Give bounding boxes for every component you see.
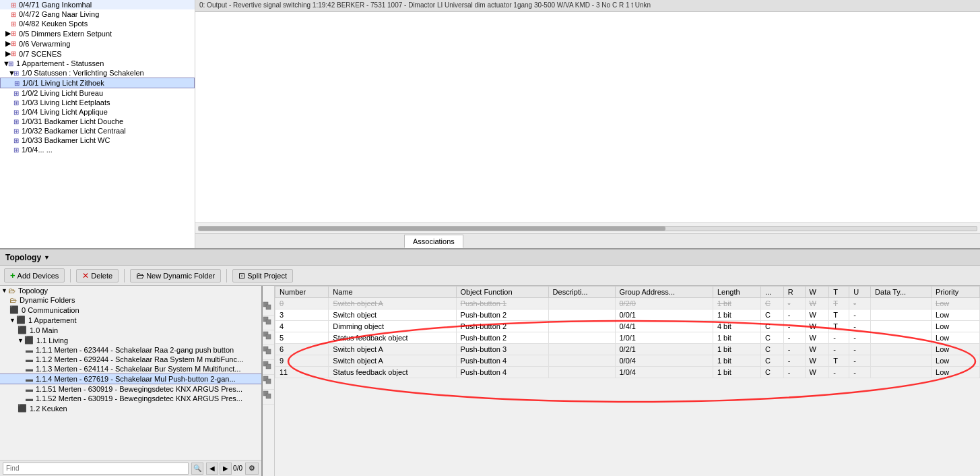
- tree-item-0472[interactable]: ⊞ 0/4/72 Gang Naar Living: [0, 9, 195, 19]
- tree-item-0471[interactable]: ⊞ 0/4/71 Gang Inkomhal: [0, 0, 195, 9]
- tree-item-07[interactable]: ▶ ⊞ 0/7 SCENES: [0, 49, 195, 59]
- table-row[interactable]: 6 Switch object A Push-button 3 0/2/1 1 …: [275, 344, 980, 355]
- cell-datatype: [871, 344, 932, 355]
- cell-name: Switch object A: [329, 344, 456, 355]
- svg-rect-13: [266, 394, 271, 398]
- tree-item-102[interactable]: ⊞ 1/0/2 Living Licht Bureau: [0, 88, 195, 98]
- delete-button[interactable]: ✕ Delete: [76, 269, 119, 282]
- cell-name: Switch object A: [329, 298, 456, 309]
- table-row[interactable]: 3 Switch object Push-button 2 0/0/1 1 bi…: [275, 309, 980, 321]
- col-number[interactable]: Number: [275, 287, 329, 298]
- topo-item-112[interactable]: ▬ 1.1.2 Merten - 629244 - Schakelaar Raa…: [0, 355, 261, 364]
- tree-item-06[interactable]: ▶ ⊞ 0/6 Verwarming: [0, 38, 195, 49]
- table-row[interactable]: 9 Switch object A Push-button 4 0/0/4 1 …: [275, 355, 980, 367]
- topo-item-1appt[interactable]: ▼ ⬛ 1 Appartement: [0, 315, 261, 325]
- col-length[interactable]: Length: [713, 287, 760, 298]
- expand-arrow-06[interactable]: ▶: [5, 39, 11, 48]
- search-next-button[interactable]: ▶: [220, 463, 232, 475]
- topo-dev113-label: 1.1.3 Merten - 624114 - Schakelaar Bur S…: [36, 365, 240, 373]
- tree-label: 1/0/1 Living Licht Zithoek: [22, 79, 104, 87]
- topo-item-1151[interactable]: ▬ 1.1.51 Merten - 630919 - Bewegingsdete…: [0, 384, 261, 394]
- cell-objfunc: Push-button 2: [456, 321, 548, 332]
- tree-item-101-living[interactable]: ⊞ 1/0/1 Living Licht Zithoek: [0, 78, 195, 88]
- search-input[interactable]: [3, 463, 189, 475]
- cell-t: -: [829, 367, 849, 378]
- topo-dev1152-label: 1.1.52 Merten - 630919 - Bewegingsdetec …: [36, 394, 242, 403]
- tree-item-104x[interactable]: ⊞ 1/0/4... ...: [0, 145, 195, 154]
- col-groupaddr[interactable]: Group Address...: [615, 287, 713, 298]
- expand-arrow-10stat[interactable]: ▼: [8, 69, 13, 77]
- right-content-area: 0: Output - Revertive signal switching 1…: [195, 0, 980, 248]
- topo-item-10main[interactable]: ⬛ 1.0 Main: [0, 325, 261, 335]
- topo-item-1152[interactable]: ▬ 1.1.52 Merten - 630919 - Bewegingsdete…: [0, 394, 261, 403]
- topo-item-0comm[interactable]: ⬛ 0 Communication: [0, 305, 261, 315]
- topo-main-icon: ⬛: [18, 326, 27, 334]
- split-project-button[interactable]: ⊡ Split Project: [232, 269, 293, 282]
- row-selector-11[interactable]: [263, 390, 274, 405]
- grid-icon-05: ⊞: [11, 30, 16, 37]
- topo-item-11living[interactable]: ▼ ⬛ 1.1 Living: [0, 335, 261, 345]
- cell-t: T: [829, 309, 849, 321]
- topo-item-113[interactable]: ▬ 1.1.3 Merten - 624114 - Schakelaar Bur…: [0, 364, 261, 374]
- search-prev-button[interactable]: ◀: [206, 463, 218, 475]
- tree-item-05[interactable]: ▶ ⊞ 0/5 Dimmers Extern Setpunt: [0, 28, 195, 38]
- tree-item-1033[interactable]: ⊞ 1/0/33 Badkamer Licht WC: [0, 136, 195, 145]
- col-datatype[interactable]: Data Ty...: [871, 287, 932, 298]
- topo-folder-icon: 🗁: [8, 287, 15, 295]
- expand-arrow-11living[interactable]: ▼: [18, 337, 24, 344]
- tree-item-0482[interactable]: ⊞ 0/4/82 Keuken Spots: [0, 19, 195, 28]
- topo-item-dynamic-folders[interactable]: 🗁 Dynamic Folders: [0, 295, 261, 305]
- table-row[interactable]: 11 Status feedback object Push-button 4 …: [275, 367, 980, 378]
- row-selector-6[interactable]: [263, 360, 274, 375]
- search-settings-button[interactable]: ⚙: [245, 463, 259, 475]
- expand-arrow-1appt-topo[interactable]: ▼: [9, 317, 16, 324]
- row-selector-9[interactable]: [263, 375, 274, 390]
- col-desc[interactable]: Descripti...: [548, 287, 615, 298]
- tree-item-103[interactable]: ⊞ 1/0/3 Living Licht Eetplaats: [0, 98, 195, 107]
- row-marker-icon-0: [263, 301, 273, 311]
- col-t[interactable]: T: [829, 287, 849, 298]
- topology-title: Topology: [5, 253, 41, 262]
- scrollbar-thumb[interactable]: [199, 227, 665, 231]
- new-dynamic-folder-button[interactable]: 🗁 New Dynamic Folder: [130, 269, 221, 282]
- scrollbar-track[interactable]: [198, 226, 977, 231]
- col-w[interactable]: W: [805, 287, 829, 298]
- col-dots[interactable]: ...: [760, 287, 783, 298]
- row-marker-icon-5: [263, 345, 273, 356]
- col-u[interactable]: U: [849, 287, 871, 298]
- topo-item-111[interactable]: ▬ 1.1.1 Merten - 623444 - Schakelaar Raa…: [0, 345, 261, 355]
- tree-item-104[interactable]: ⊞ 1/0/4 Living Licht Applique: [0, 107, 195, 117]
- col-objfunc[interactable]: Object Function: [456, 287, 548, 298]
- col-priority[interactable]: Priority: [932, 287, 980, 298]
- row-selector-4[interactable]: [263, 330, 274, 345]
- tab-associations[interactable]: Associations: [404, 235, 463, 248]
- table-row[interactable]: 0 Switch object A Push-button 1 0/2/0 1 …: [275, 298, 980, 309]
- row-selector-3[interactable]: [263, 316, 274, 330]
- cell-priority: Low: [932, 309, 980, 321]
- col-name[interactable]: Name: [329, 287, 456, 298]
- table-row[interactable]: 4 Dimming object Push-button 2 0/4/1 4 b…: [275, 321, 980, 332]
- cell-w: W: [805, 367, 829, 378]
- col-r[interactable]: R: [783, 287, 805, 298]
- expand-arrow-topology[interactable]: ▼: [1, 287, 8, 294]
- tree-item-1032[interactable]: ⊞ 1/0/32 Badkamer Licht Centraal: [0, 126, 195, 136]
- row-selector-0[interactable]: [263, 301, 274, 316]
- cell-groupaddr: 0/0/1: [615, 309, 713, 321]
- topo-dyn-label: Dynamic Folders: [20, 296, 75, 304]
- expand-arrow-07[interactable]: ▶: [5, 49, 11, 58]
- topo-item-topology[interactable]: ▼ 🗁 Topology: [0, 286, 261, 295]
- tree-item-1031[interactable]: ⊞ 1/0/31 Badkamer Licht Douche: [0, 117, 195, 126]
- add-devices-button[interactable]: + Add Devices: [4, 268, 65, 282]
- table-row[interactable]: 5 Status feedback object Push-button 2 1…: [275, 332, 980, 344]
- tree-item-1-appt[interactable]: ▼ ⊞ 1 Appartement - Statussen: [0, 59, 195, 68]
- expand-arrow-05[interactable]: ▶: [5, 29, 11, 38]
- horizontal-scrollbar[interactable]: [195, 222, 980, 233]
- search-button[interactable]: 🔍: [191, 463, 203, 475]
- topo-item-12keuken[interactable]: ⬛ 1.2 Keuken: [0, 403, 261, 413]
- tree-item-10-statussen[interactable]: ▼ ⊞ 1/0 Statussen : Verlichting Schakele…: [0, 68, 195, 78]
- cell-u: -: [849, 344, 871, 355]
- expand-arrow-1appt[interactable]: ▼: [3, 59, 8, 67]
- topo-item-114[interactable]: ▬ 1.1.4 Merten - 627619 - Schakelaar Mul…: [0, 374, 261, 384]
- add-devices-label: Add Devices: [18, 272, 59, 280]
- row-selector-5[interactable]: [263, 345, 274, 360]
